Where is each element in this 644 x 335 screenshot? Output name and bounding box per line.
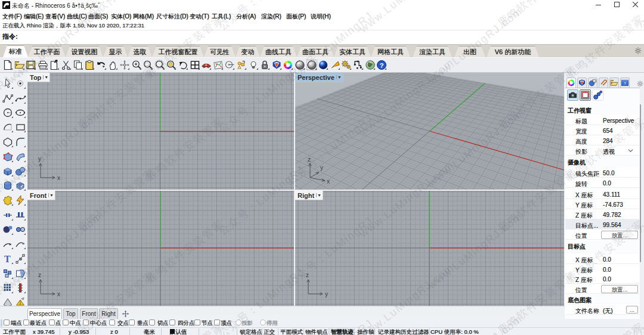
svg-text:x: x: [57, 175, 60, 181]
svg-text:y: y: [38, 156, 41, 162]
svg-text:T: T: [4, 254, 11, 264]
svg-text:z: z: [38, 272, 41, 278]
svg-text:x: x: [57, 291, 60, 297]
svg-text:?: ?: [379, 62, 383, 69]
svg-text:y: y: [320, 165, 323, 171]
svg-text:z: z: [306, 272, 309, 278]
svg-text:?: ?: [624, 81, 626, 85]
svg-text:x: x: [327, 178, 330, 185]
svg-text:y: y: [325, 291, 328, 297]
svg-text:z: z: [308, 156, 311, 163]
